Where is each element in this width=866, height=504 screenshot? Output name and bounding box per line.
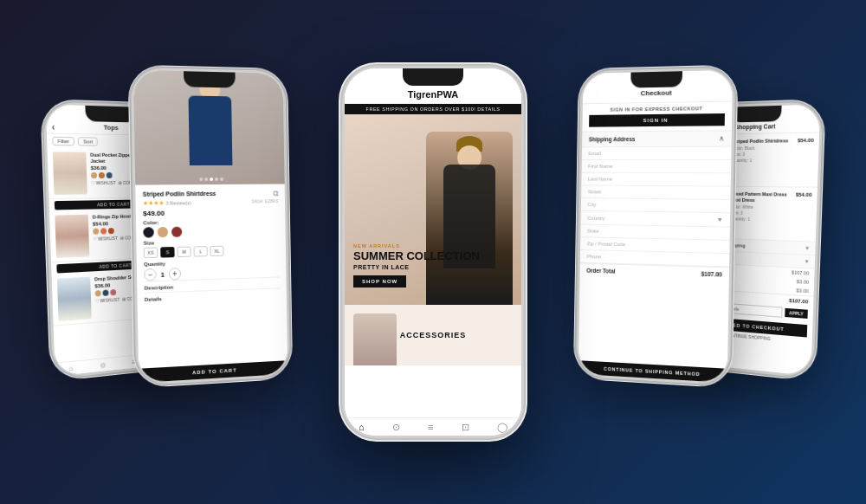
discount-value: $3.00 xyxy=(796,288,808,294)
new-arrivals-label: NEW ARRIVALS xyxy=(353,243,480,249)
rating-row: ★★★★ 3 Review(s) SKU#: EZBFS xyxy=(143,198,279,207)
chevron-down-icon[interactable]: ▼ xyxy=(805,245,810,250)
accessories-image xyxy=(353,313,397,365)
sort-button[interactable]: Sort xyxy=(78,137,98,145)
swatch[interactable] xyxy=(107,172,113,178)
cart-item-info-2: Mixed Pattern Maxi Dress Maxi Dress Colo… xyxy=(729,191,792,236)
collapse-icon[interactable]: ∧ xyxy=(719,134,724,142)
cart-item-qty-1: Quantity: 1 xyxy=(732,158,793,163)
email-field[interactable]: Email xyxy=(582,147,732,160)
nav-cart-icon[interactable]: ⊡ xyxy=(462,422,469,433)
shipping-section-header: Shipping Address ∧ xyxy=(582,130,732,147)
store-title: TigrenPWA xyxy=(408,89,458,100)
carousel-dot-active[interactable] xyxy=(210,178,213,181)
phone-checkout: Checkout SIGN IN FOR EXPRESS CHECKOUT SI… xyxy=(576,68,736,386)
swatch[interactable] xyxy=(95,290,101,296)
cart-item-name-2: Mixed Pattern Maxi Dress Maxi Dress xyxy=(731,191,792,204)
country-label: Country xyxy=(587,215,604,220)
copy-icon[interactable]: ⧉ xyxy=(273,189,278,198)
apply-discount-button[interactable]: APPLY xyxy=(785,308,808,319)
nav-menu-icon[interactable]: ≡ xyxy=(428,422,433,433)
nav-home-icon[interactable]: ⌂ xyxy=(359,422,365,433)
color-swatch-tan[interactable] xyxy=(158,227,168,237)
dropdown-icon[interactable]: ▼ xyxy=(717,216,723,223)
carousel-dots xyxy=(199,178,223,181)
product-title: Striped Podlin Shirtdress xyxy=(143,191,216,198)
phone-main-store: TigrenPWA FREE SHIPPING ON ORDERS OVER $… xyxy=(342,66,524,438)
carousel-dot[interactable] xyxy=(220,178,223,181)
quantity-increase[interactable]: + xyxy=(169,268,181,281)
phones-container: ‹ Tops Filter Sort ⊞ Dual Pocket Zipper … xyxy=(0,0,866,504)
cart-item-name-1: Striped Podlin Shirtdress xyxy=(733,138,794,145)
subtotal-value: $107.00 xyxy=(792,269,809,275)
color-swatch-black[interactable] xyxy=(143,227,154,237)
nav-home-icon[interactable]: ⌂ xyxy=(68,365,73,373)
back-button[interactable]: ‹ xyxy=(52,122,55,132)
review-count[interactable]: 3 Review(s) xyxy=(165,200,191,205)
cart-item-color-1: Color: Black xyxy=(733,145,794,152)
add-to-cart-button[interactable]: ADD TO CART xyxy=(139,360,288,383)
hero-text: NEW ARRIVALS SUMMER COLLECTION PRETTY IN… xyxy=(345,243,480,305)
size-xs[interactable]: XS xyxy=(144,247,158,258)
carousel-dot[interactable] xyxy=(199,178,203,181)
order-total-label: Order Total xyxy=(586,268,615,275)
promo-banner[interactable]: FREE SHIPPING ON ORDERS OVER $100! DETAI… xyxy=(345,104,521,114)
order-total-value: $107.00 xyxy=(701,271,722,278)
cart-item-price-1: $54.00 xyxy=(796,138,813,183)
screen1-title: Tops xyxy=(104,124,119,132)
swatch[interactable] xyxy=(108,228,114,234)
shipping-title: Shipping Address xyxy=(589,136,636,142)
swatch[interactable] xyxy=(99,172,105,178)
size-l[interactable]: L xyxy=(194,246,208,256)
order-total-row: Order Total $107.00 xyxy=(580,263,730,281)
notch-3 xyxy=(403,68,463,86)
filter-button[interactable]: Filter xyxy=(52,137,74,146)
screen-checkout: Checkout SIGN IN FOR EXPRESS CHECKOUT SI… xyxy=(578,70,733,383)
continue-to-shipping-button[interactable]: CONTINUE TO SHIPPING METHOD xyxy=(578,360,727,383)
shop-now-button[interactable]: SHOP NOW xyxy=(353,275,406,288)
cart-item-info-1: Striped Podlin Shirtdress Color: Black S… xyxy=(731,138,794,182)
wishlist-link[interactable]: ♡ WISHLIST xyxy=(94,236,118,242)
size-xl[interactable]: XL xyxy=(210,246,223,256)
color-swatch-red[interactable] xyxy=(171,227,182,237)
carousel-dot[interactable] xyxy=(204,178,208,181)
first-name-field[interactable]: First Name xyxy=(582,160,732,173)
screen-product-detail: Striped Podlin Shirtdress ⧉ ★★★★ 3 Revie… xyxy=(133,70,288,383)
swatch[interactable] xyxy=(110,289,116,295)
notch-4 xyxy=(630,71,682,87)
wishlist-link[interactable]: ♡ WISHLIST xyxy=(91,180,116,185)
order-total-value: $107.00 xyxy=(789,298,808,305)
product-price: $49.00 xyxy=(143,208,279,217)
wishlist-link[interactable]: ♡ WISHLIST xyxy=(95,297,120,304)
quantity-decrease[interactable]: − xyxy=(144,268,157,281)
screen-main-store: TigrenPWA FREE SHIPPING ON ORDERS OVER $… xyxy=(345,68,521,436)
last-name-field[interactable]: Last Name xyxy=(581,173,731,187)
product-details-panel: Striped Podlin Shirtdress ⧉ ★★★★ 3 Revie… xyxy=(135,184,287,309)
swatch[interactable] xyxy=(102,290,108,296)
collection-title: SUMMER COLLECTION xyxy=(353,250,480,262)
product-image-1 xyxy=(53,152,87,195)
nav-menu-icon[interactable]: ≡ xyxy=(132,359,136,366)
notch-5 xyxy=(730,106,781,123)
swatch[interactable] xyxy=(91,172,97,178)
size-m[interactable]: M xyxy=(177,247,191,257)
nav-search-icon[interactable]: ⊙ xyxy=(100,361,106,370)
bottom-navigation: ⌂ ⊙ ≡ ⊡ ◯ xyxy=(345,417,521,436)
sign-in-button[interactable]: SIGN IN xyxy=(589,113,725,127)
star-rating: ★★★★ xyxy=(143,200,165,206)
accessories-label[interactable]: ACCESSORIES xyxy=(400,331,467,339)
size-selector: XS S M L XL xyxy=(144,244,280,258)
product-image-2 xyxy=(55,215,89,258)
nav-search-icon[interactable]: ⊙ xyxy=(392,422,400,433)
notch-1 xyxy=(85,106,136,123)
size-s[interactable]: S xyxy=(160,247,174,258)
swatch[interactable] xyxy=(93,229,99,235)
hero-section: NEW ARRIVALS SUMMER COLLECTION PRETTY IN… xyxy=(345,114,521,305)
chevron-down-icon[interactable]: ▼ xyxy=(805,259,810,264)
carousel-dot[interactable] xyxy=(215,178,218,181)
accessories-section: ACCESSORIES xyxy=(345,305,521,365)
nav-account-icon[interactable]: ◯ xyxy=(497,422,507,433)
swatch[interactable] xyxy=(100,228,107,234)
color-swatches xyxy=(143,225,279,238)
product-image-3 xyxy=(57,277,92,321)
